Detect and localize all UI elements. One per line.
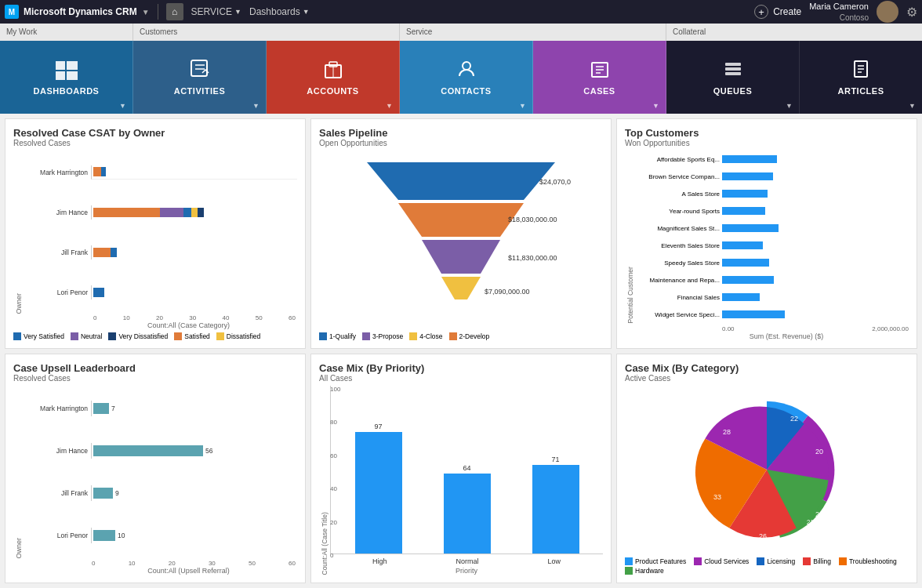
service-label: Service (400, 24, 666, 41)
svg-text:22: 22 (790, 415, 798, 423)
legend-item: Dissatisfied (216, 332, 260, 340)
legend-item: Satisfied (174, 332, 210, 340)
activities-icon (190, 59, 210, 82)
user-org: Contoso (840, 13, 869, 23)
menu-item-activities[interactable]: ACTIVITIES ▼ (133, 41, 267, 114)
chart-csat: Resolved Case CSAT by Owner Resolved Cas… (5, 118, 306, 349)
legend-color (71, 332, 78, 340)
chart-topcustomers-subtitle: Won Opportunities (625, 139, 909, 147)
svg-rect-16 (725, 67, 741, 71)
ms-logo: M (5, 5, 19, 19)
chart-funnel: Sales Pipeline Open Opportunities $24,07… (310, 118, 612, 349)
legend-item: 1-Qualify (319, 332, 356, 340)
legend-item: Troubleshooting (839, 557, 897, 565)
hbar-row: Maintenance and Repa... (636, 274, 909, 286)
accounts-label: ACCOUNTS (307, 86, 358, 96)
svg-marker-25 (422, 240, 500, 274)
cases-icon (590, 59, 610, 82)
upsell-x-label: Count:All (Upsell Referral) (80, 567, 297, 575)
legend-item: Cloud Services (694, 557, 749, 565)
create-area[interactable]: + Create (754, 5, 801, 19)
svg-point-10 (463, 62, 470, 70)
legend-item: Very Satisfied (13, 332, 64, 340)
legend-item: Neutral (71, 332, 102, 340)
pie-svg-2: 22 20 21 26 33 28 (688, 391, 845, 548)
top-bar: M Microsoft Dynamics CRM ▼ ⌂ SERVICE ▼ D… (0, 0, 922, 24)
csat-bars: Mark Harrington Jim Hance (24, 151, 297, 314)
funnel-area: $24,070,000.00 $11,830,000.00 $18,030,00… (319, 151, 603, 331)
queues-icon (723, 59, 743, 82)
svg-marker-28 (441, 277, 481, 299)
contacts-label: CONTACTS (441, 86, 491, 96)
menu-item-contacts[interactable]: CONTACTS ▼ (400, 41, 533, 114)
upsell-bar-row: Jill Frank 9 (24, 485, 297, 501)
chart-funnel-subtitle: Open Opportunities (319, 139, 603, 147)
svg-text:33: 33 (713, 493, 721, 501)
svg-rect-17 (725, 72, 741, 75)
dashboards-chevron: ▼ (119, 102, 126, 110)
create-circle-icon[interactable]: + (754, 5, 768, 19)
service-nav[interactable]: SERVICE ▼ (191, 6, 241, 17)
hbar-row: Year-round Sports (636, 205, 909, 217)
chart-upsell-subtitle: Resolved Cases (13, 374, 297, 383)
settings-icon[interactable]: ⚙ (906, 5, 917, 20)
hbar-row: Financial Sales (636, 291, 909, 303)
dashboard-grid: Resolved Case CSAT by Owner Resolved Cas… (0, 114, 922, 588)
dashboards-label: DASHBOARDS (34, 86, 100, 96)
chart-priority-title: Case Mix (By Priority) (319, 362, 603, 374)
hbar-row: Brown Service Compan... (636, 170, 909, 183)
menu-item-accounts[interactable]: ACCOUNTS ▼ (267, 41, 400, 114)
svg-rect-3 (67, 71, 78, 80)
legend-color (174, 332, 182, 340)
user-info: Maria Cameron Contoso (809, 1, 869, 22)
svg-rect-2 (56, 71, 65, 80)
menu-item-dashboards[interactable]: DASHBOARDS ▼ (0, 41, 133, 114)
chart-upsell-title: Case Upsell Leaderboard (13, 362, 297, 374)
svg-text:$7,090,000.00: $7,090,000.00 (485, 288, 530, 296)
chart-category: Case Mix (By Category) Active Cases 22 2… (616, 354, 917, 584)
legend-item: 2-Develop (449, 332, 490, 340)
svg-text:$18,030,000.00: $18,030,000.00 (508, 216, 557, 223)
menu-item-articles[interactable]: ARTICLES ▼ (800, 41, 922, 114)
dashboards-nav[interactable]: Dashboards ▼ (249, 6, 310, 17)
hbar-row: A Sales Store (636, 187, 909, 200)
svg-text:21: 21 (815, 510, 823, 518)
menu-item-queues[interactable]: QUEUES ▼ (666, 41, 800, 114)
menu-item-cases[interactable]: CASES ▼ (533, 41, 666, 114)
hbar-row: Eleventh Sales Store (636, 239, 909, 252)
home-icon[interactable]: ⌂ (166, 3, 183, 20)
legend-item: Billing (803, 557, 831, 565)
legend-item: Product Features (625, 557, 686, 565)
hbar-row: Magnificent Sales St... (636, 222, 909, 234)
legend-color (108, 332, 116, 340)
upsell-bar-row: Mark Harrington 7 (24, 401, 297, 416)
chart-category-title: Case Mix (By Category) (625, 362, 909, 374)
my-work-label: My Work (0, 24, 133, 41)
legend-color (13, 332, 21, 340)
user-name: Maria Cameron (809, 1, 869, 12)
svg-text:$11,830,000.00: $11,830,000.00 (508, 254, 557, 262)
chart-csat-subtitle: Resolved Cases (13, 139, 297, 147)
csat-legend: Very Satisfied Neutral Very Dissatisfied… (13, 332, 297, 340)
svg-rect-15 (725, 63, 741, 66)
brand-arrow[interactable]: ▼ (142, 8, 150, 16)
pie-legend: Product Features Cloud Services Licensin… (625, 557, 909, 575)
articles-label: ARTICLES (838, 86, 884, 96)
csat-x-ticks: 0102030405060 (92, 314, 297, 321)
chart-csat-title: Resolved Case CSAT by Owner (13, 127, 297, 139)
user-avatar[interactable] (877, 1, 898, 23)
hbar-row: Affordable Sports Eq... (636, 153, 909, 165)
bar-row: Lori Penor (24, 285, 297, 299)
funnel-legend: 1-Qualify 3-Propose 4-Close 2-Develop (319, 332, 603, 340)
menu-bar: My Work Customers Service Collateral DAS… (0, 24, 922, 114)
legend-item: 4-Close (409, 332, 442, 340)
svg-rect-1 (67, 61, 78, 70)
legend-item: Hardware (625, 567, 664, 575)
chart-funnel-title: Sales Pipeline (319, 127, 603, 139)
svg-marker-24 (398, 203, 524, 237)
create-label[interactable]: Create (773, 6, 801, 17)
hbar-row: Speedy Sales Store (636, 256, 909, 269)
chart-topcustomers: Top Customers Won Opportunities Potentia… (616, 118, 917, 349)
funnel-svg: $24,070,000.00 $11,830,000.00 $18,030,00… (351, 162, 571, 319)
cases-label: CASES (583, 86, 615, 96)
